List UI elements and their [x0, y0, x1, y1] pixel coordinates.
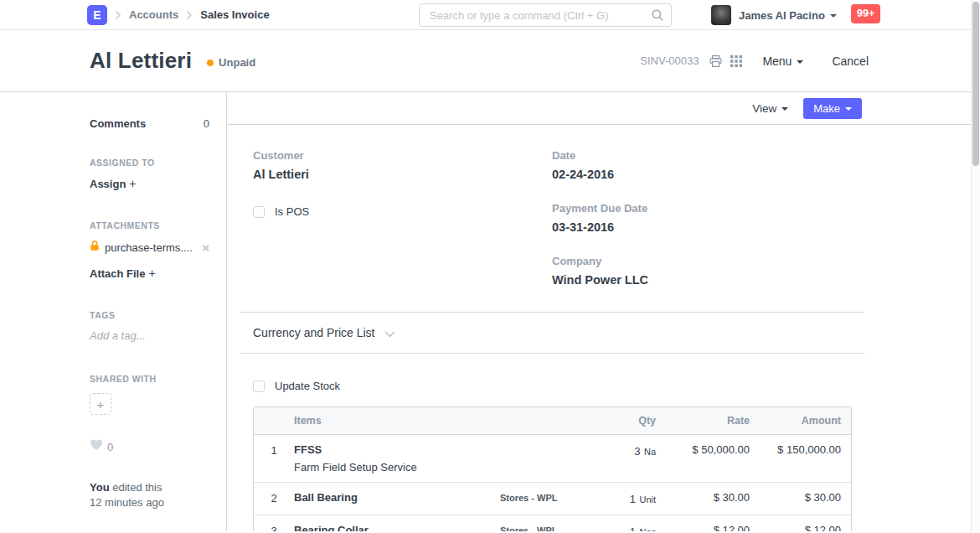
search-input[interactable]	[419, 3, 672, 27]
item-code: Bearing Collar	[294, 524, 500, 531]
plus-icon: +	[97, 397, 105, 411]
make-button[interactable]: Make	[803, 98, 862, 119]
comments-link[interactable]: Comments 0	[90, 117, 209, 130]
section-items: Update Stock Items Qty Rate Amount 1	[240, 354, 864, 531]
row-index: 1	[254, 443, 294, 457]
add-tag-input[interactable]: Add a tag...	[90, 329, 209, 342]
scrollbar[interactable]	[971, 0, 980, 533]
item-code: FFSS	[294, 443, 500, 456]
update-stock-checkbox[interactable]	[253, 380, 265, 392]
item-warehouse: Stores - WPL	[500, 524, 594, 531]
activity-item: You edited this 12 minutes ago	[90, 480, 209, 510]
notification-badge[interactable]: 99+	[851, 4, 880, 23]
navbar: E Accounts Sales Invoice James Al Pacino…	[0, 0, 980, 30]
status-badge: Unpaid	[207, 56, 255, 69]
items-table-header: Items Qty Rate Amount	[254, 407, 851, 435]
company-field[interactable]: Company Wind Power LLC	[552, 255, 852, 287]
view-button-label: View	[752, 102, 776, 115]
form-body: Customer Al Lettieri Is POS Date 02-24-2…	[227, 125, 878, 531]
company-value: Wind Power LLC	[552, 273, 852, 287]
attachment-link[interactable]: purchase-terms....	[105, 241, 202, 254]
menu-button[interactable]: Menu	[762, 54, 803, 68]
app-screen: E Accounts Sales Invoice James Al Pacino…	[0, 0, 980, 533]
page-header-actions: SINV-00033 Menu Cancel	[640, 54, 869, 68]
like-count: 0	[107, 441, 113, 453]
table-row[interactable]: 1 FFSS Farm Field Setup Service 3 Na $ 5…	[254, 435, 851, 483]
item-qty: 1	[630, 493, 636, 505]
item-description: Farm Field Setup Service	[294, 461, 500, 473]
avatar	[711, 5, 731, 25]
row-index: 3	[254, 524, 294, 531]
chevron-down-icon	[845, 107, 852, 111]
date-label: Date	[552, 149, 852, 162]
search-icon[interactable]	[651, 8, 664, 25]
col-items: Items	[294, 415, 500, 427]
table-row[interactable]: 3 Bearing Collar Stores - WPL 1 Nos $ 12…	[254, 515, 851, 531]
heart-icon	[90, 439, 103, 454]
shared-with-heading: SHARED WITH	[90, 374, 209, 384]
item-uom: Nos	[639, 527, 656, 531]
grid-view-icon[interactable]	[730, 55, 742, 67]
is-pos-checkbox[interactable]	[253, 206, 265, 218]
breadcrumb-item-accounts[interactable]: Accounts	[129, 8, 178, 21]
form-toolbar: View Make	[227, 92, 980, 125]
attach-file-button[interactable]: Attach File+	[90, 266, 209, 280]
user-menu[interactable]: James Al Pacino	[711, 5, 837, 25]
customer-label: Customer	[253, 149, 552, 162]
due-date-field[interactable]: Payment Due Date 03-31-2016	[552, 202, 852, 234]
attachments-heading: ATTACHMENTS	[90, 220, 209, 230]
chevron-down-icon	[797, 60, 803, 64]
print-icon[interactable]	[709, 54, 723, 68]
breadcrumb: E Accounts Sales Invoice	[87, 5, 270, 25]
activity-when: 12 minutes ago	[90, 495, 209, 510]
customer-field[interactable]: Customer Al Lettieri	[253, 149, 552, 181]
status-dot-icon	[207, 60, 214, 66]
view-button[interactable]: View	[752, 102, 788, 115]
item-amount: $ 12.00	[761, 524, 853, 531]
comments-label: Comments	[90, 117, 146, 130]
global-search	[419, 3, 672, 27]
item-rate: $ 12.00	[668, 524, 761, 531]
menu-button-label: Menu	[762, 54, 792, 68]
date-field[interactable]: Date 02-24-2016	[552, 149, 852, 181]
content: Comments 0 ASSIGNED TO Assign+ ATTACHMEN…	[0, 92, 980, 531]
due-date-value: 03-31-2016	[552, 220, 852, 234]
item-amount: $ 150,000.00	[761, 443, 853, 456]
activity-action: edited this	[110, 481, 162, 494]
customer-value: Al Lettieri	[253, 168, 552, 181]
table-row[interactable]: 2 Ball Bearing Stores - WPL 1 Unit $ 30.…	[254, 483, 851, 515]
status-label: Unpaid	[219, 56, 255, 69]
app-logo[interactable]: E	[87, 5, 107, 25]
breadcrumb-item-sales-invoice[interactable]: Sales Invoice	[200, 8, 269, 21]
item-warehouse: Stores - WPL	[500, 491, 594, 503]
chevron-down-icon	[384, 326, 395, 341]
item-uom: Na	[644, 447, 656, 457]
activity-who: You	[90, 481, 110, 494]
currency-section-toggle[interactable]: Currency and Price List	[240, 312, 864, 354]
activity-log: You edited this 12 minutes ago You creat…	[90, 480, 209, 531]
page-title: Al Lettieri	[90, 48, 192, 74]
scrollbar-thumb[interactable]	[972, 2, 979, 166]
close-icon[interactable]: ×	[202, 241, 209, 254]
assigned-to-heading: ASSIGNED TO	[90, 158, 209, 168]
is-pos-field: Is POS	[253, 205, 552, 218]
comments-count: 0	[204, 117, 209, 130]
form-main: View Make Customer Al Lettieri	[226, 92, 980, 531]
items-table: Items Qty Rate Amount 1 FFSS Farm Field …	[253, 406, 852, 531]
due-date-label: Payment Due Date	[552, 202, 852, 215]
make-button-label: Make	[813, 102, 840, 115]
item-amount: $ 30.00	[761, 491, 853, 504]
add-share-button[interactable]: +	[90, 393, 111, 415]
user-name: James Al Pacino	[739, 9, 825, 22]
like-control[interactable]: 0	[90, 439, 209, 454]
assign-button[interactable]: Assign+	[90, 177, 209, 190]
attachment-item: purchase-terms.... ×	[90, 240, 209, 255]
lock-icon	[90, 240, 100, 255]
item-warehouse	[500, 443, 594, 445]
page-header: Al Lettieri Unpaid SINV-00033 Menu Cance…	[0, 30, 980, 92]
col-qty: Qty	[594, 415, 668, 427]
currency-section-label: Currency and Price List	[253, 326, 375, 339]
item-rate: $ 30.00	[668, 491, 761, 504]
cancel-button[interactable]: Cancel	[832, 54, 869, 68]
document-id: SINV-00033	[640, 54, 699, 67]
